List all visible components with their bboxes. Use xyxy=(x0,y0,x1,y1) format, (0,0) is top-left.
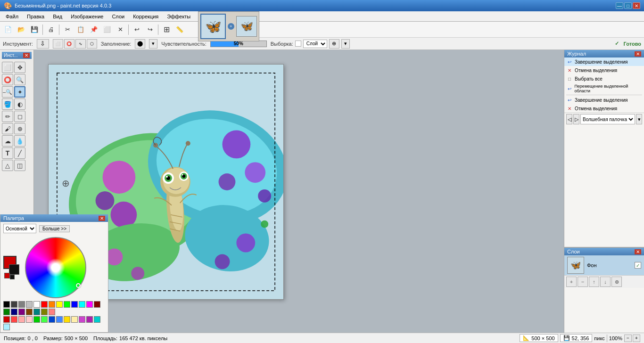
layer-select[interactable]: Слой xyxy=(303,40,327,48)
smudge-tool[interactable]: ☁ xyxy=(2,135,13,147)
layer-item-1[interactable]: 🦋 Фон ✓ xyxy=(564,255,644,275)
swatch-r3[interactable] xyxy=(18,316,25,323)
swatch-r4[interactable] xyxy=(26,316,33,323)
open-btn[interactable]: 📂 xyxy=(15,24,27,36)
freehand-select-btn[interactable]: ∿ xyxy=(75,39,86,49)
paint-bucket-tool[interactable]: 🪣 xyxy=(2,98,13,110)
polygon-select-btn[interactable]: ⬡ xyxy=(87,39,97,49)
swatch-dgray[interactable] xyxy=(11,301,17,308)
color-wheel-container[interactable] xyxy=(25,237,86,298)
journal-wand-dropdown[interactable]: ▾ xyxy=(636,114,642,124)
swatch-orange[interactable] xyxy=(49,301,55,308)
swatch-y2[interactable] xyxy=(71,316,78,323)
redo-btn[interactable]: ↪ xyxy=(144,24,156,36)
swatch-g2[interactable] xyxy=(41,316,48,323)
instrument-dropdown[interactable]: ⇩ xyxy=(37,39,49,49)
swatch-yellow[interactable] xyxy=(56,301,63,308)
layers-close[interactable]: ✕ xyxy=(635,249,641,254)
menu-correction[interactable]: Коррекция xyxy=(129,13,162,20)
swatch-teal[interactable] xyxy=(33,309,40,315)
layers-delete-btn[interactable]: − xyxy=(578,277,588,287)
toolbox-close[interactable]: ✕ xyxy=(23,53,30,58)
zoom-in-tool[interactable]: 🔍 xyxy=(14,74,25,85)
zoom-out-tool[interactable]: –🔍 xyxy=(2,86,13,98)
save-btn[interactable]: 💾 xyxy=(28,24,41,36)
eraser-tool[interactable]: ◻ xyxy=(14,111,25,122)
journal-redo-btn[interactable]: ▷ xyxy=(573,114,579,124)
oval-select-btn[interactable]: ⭕ xyxy=(64,39,74,49)
fill-dropdown[interactable]: ⬤ xyxy=(135,39,145,49)
copy-btn[interactable]: 📋 xyxy=(74,24,87,36)
menu-file[interactable]: Файл xyxy=(2,13,22,20)
rect-select-tool[interactable]: ⬜ xyxy=(2,62,13,73)
menu-effects[interactable]: Эффекты xyxy=(163,13,194,20)
lasso-tool[interactable]: ⭕ xyxy=(2,74,13,85)
paste-btn[interactable]: 📌 xyxy=(88,24,100,36)
grid-btn[interactable]: ⊞ xyxy=(160,24,173,36)
swatch-purple[interactable] xyxy=(18,309,25,315)
zoom-in-btn[interactable]: + xyxy=(633,335,640,342)
eyedropper-tool[interactable]: 💧 xyxy=(14,135,25,147)
menu-image[interactable]: Изображение xyxy=(67,13,107,20)
swatch-dred[interactable] xyxy=(94,301,100,308)
background-color-swatch[interactable] xyxy=(9,264,19,275)
swatch-dblue[interactable] xyxy=(11,309,17,315)
undo-btn[interactable]: ↩ xyxy=(131,24,143,36)
ruler-btn[interactable]: 📏 xyxy=(173,24,186,36)
palette-close[interactable]: ✕ xyxy=(99,216,105,221)
minimize-button[interactable]: — xyxy=(616,2,623,9)
thumbnail-secondary[interactable]: 🦋 xyxy=(236,16,257,37)
print-btn[interactable]: 🖨 xyxy=(45,24,57,36)
menu-view[interactable]: Вид xyxy=(49,13,66,20)
swatch-r1[interactable] xyxy=(3,316,10,323)
journal-item-2[interactable]: ✕ Отмена выделения xyxy=(564,66,644,74)
swatch-gray[interactable] xyxy=(18,301,25,308)
journal-undo-btn[interactable]: ◁ xyxy=(566,114,572,124)
selection-mode-btn[interactable]: ⊕ xyxy=(329,39,339,49)
journal-item-1[interactable]: ↩ Завершение выделения xyxy=(564,57,644,66)
swatch-green[interactable] xyxy=(64,301,70,308)
menu-edit[interactable]: Правка xyxy=(23,13,48,20)
color-wheel[interactable] xyxy=(25,237,86,298)
color-replace-tool[interactable]: ◐ xyxy=(14,98,25,110)
swatch-dgreen[interactable] xyxy=(3,309,10,315)
journal-close[interactable]: ✕ xyxy=(635,51,641,57)
swatch-lgray[interactable] xyxy=(26,301,33,308)
shape-tool[interactable]: △ xyxy=(2,160,13,171)
pencil-tool[interactable]: ✏ xyxy=(2,111,13,122)
menu-layers[interactable]: Слои xyxy=(108,13,128,20)
new-btn[interactable]: 📄 xyxy=(2,24,14,36)
swatch-magenta[interactable] xyxy=(86,301,93,308)
swatch-p1[interactable] xyxy=(79,316,85,323)
swatch-b1[interactable] xyxy=(49,316,55,323)
swatch-c1[interactable] xyxy=(94,316,100,323)
close-button[interactable]: ✕ xyxy=(633,2,640,9)
swatch-g1[interactable] xyxy=(33,316,40,323)
swatch-black[interactable] xyxy=(3,301,10,308)
swatch-r2[interactable] xyxy=(11,316,17,323)
thumb-add-btn[interactable]: + xyxy=(228,23,234,30)
palette-mode-select[interactable]: Основной xyxy=(3,224,36,233)
layers-up-btn[interactable]: ↑ xyxy=(589,277,599,287)
journal-item-3[interactable]: □ Выбрать все xyxy=(564,74,644,83)
layers-merge-btn[interactable]: ⊕ xyxy=(611,277,622,287)
thumbnail-main[interactable]: 🦋 xyxy=(200,14,226,39)
cut-btn[interactable]: ✂ xyxy=(61,24,74,36)
swatch-red[interactable] xyxy=(41,301,48,308)
swatch-pink[interactable] xyxy=(49,309,55,315)
clone-stamp-tool[interactable]: ⊕ xyxy=(14,123,25,134)
line-tool[interactable]: ╱ xyxy=(14,147,25,159)
journal-item-4[interactable]: ↩ Перемещение выделенной области xyxy=(564,83,644,94)
rect-select-btn[interactable]: ⬜ xyxy=(53,39,63,49)
swatch-c2[interactable] xyxy=(3,324,10,330)
swatch-p2[interactable] xyxy=(86,316,93,323)
swatch-blue[interactable] xyxy=(71,301,78,308)
maximize-button[interactable]: □ xyxy=(624,2,632,9)
text-tool[interactable]: T xyxy=(2,147,13,159)
layers-down-btn[interactable]: ↓ xyxy=(600,277,611,287)
selection-more-btn[interactable]: ▾ xyxy=(341,39,350,49)
gradient-tool[interactable]: ◫ xyxy=(14,160,25,171)
crop-btn[interactable]: ⬜ xyxy=(101,24,113,36)
palette-more-btn[interactable]: Больше >> xyxy=(39,225,70,232)
swatch-y1[interactable] xyxy=(64,316,70,323)
